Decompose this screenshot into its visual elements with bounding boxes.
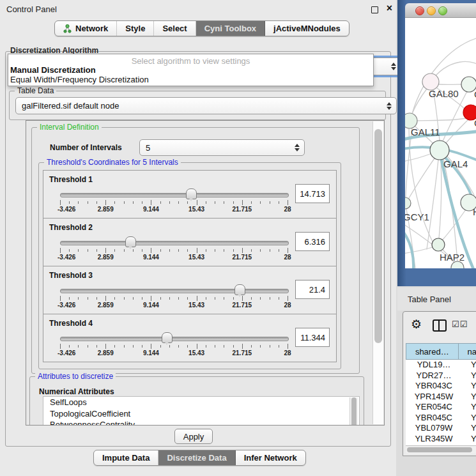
float-window-icon[interactable] (371, 6, 378, 13)
slider-handle[interactable] (162, 332, 173, 343)
slider-handle[interactable] (234, 284, 245, 295)
table-cell[interactable]: YPR145W (406, 392, 462, 403)
table-cell[interactable]: YLR345W (406, 434, 462, 445)
tab-label: Cyni Toolbox (204, 24, 256, 33)
network-node[interactable] (430, 141, 449, 160)
tab-style[interactable]: Style (117, 21, 154, 36)
horizontal-scrollbar-thumb[interactable] (407, 447, 472, 452)
table-cell[interactable]: YBR0 (462, 413, 476, 424)
horizontal-scrollbar[interactable] (406, 445, 476, 454)
tab-cyni-toolbox[interactable]: Cyni Toolbox (196, 21, 265, 36)
column-header-shared-name[interactable]: shared… (406, 343, 459, 360)
slider-track[interactable] (60, 289, 289, 293)
table-cell[interactable]: YBL079W (406, 423, 462, 434)
tab-impute-data[interactable]: Impute Data (94, 450, 158, 465)
threshold-value-field[interactable]: 11.344 (295, 328, 330, 347)
dropdown-option-manual[interactable]: Manual Discretization (10, 65, 96, 75)
slider-tick-label: 9.144 (143, 349, 159, 357)
list-item[interactable]: SelfLoops (43, 397, 359, 408)
tab-select[interactable]: Select (154, 21, 196, 36)
slider-tick (224, 297, 224, 300)
list-scrollbar[interactable] (349, 397, 358, 426)
numerical-attributes-list[interactable]: SelfLoops TopologicalCoefficient Between… (43, 396, 360, 426)
apply-button[interactable]: Apply (174, 429, 213, 444)
table-row[interactable]: YBR043C YBR0 (406, 381, 476, 392)
slider-track[interactable] (60, 337, 289, 341)
slider-track[interactable] (60, 193, 289, 197)
slider-handle[interactable] (125, 236, 136, 247)
slider-tick-label: 9.144 (143, 302, 159, 309)
network-node[interactable] (405, 197, 411, 209)
slider-tick (206, 201, 206, 204)
slider-tick (124, 249, 125, 252)
slider-tick (151, 200, 151, 205)
tab-network[interactable]: Network (55, 21, 117, 36)
slider-tick (60, 296, 61, 301)
table-cell[interactable]: YLR3 (462, 434, 476, 445)
threshold-slider[interactable]: -3.4262.8599.14415.4321.71528 (60, 332, 288, 359)
table-cell[interactable]: YBR0 (462, 381, 476, 392)
checkbox-icons[interactable]: ☑☑ (452, 319, 468, 329)
table-row[interactable]: YER054C YER0 (406, 402, 476, 413)
network-window-titlebar[interactable] (405, 3, 476, 18)
table-cell[interactable]: YDR27… (406, 371, 462, 381)
dropdown-prompt: Select algorithm to view settings (8, 56, 373, 66)
threshold-slider[interactable]: -3.4262.8599.14415.4321.71528 (60, 236, 288, 263)
table-row[interactable]: YLR345W YLR3 (406, 434, 476, 445)
control-panel-title: Control Panel (6, 4, 57, 14)
number-of-intervals-select[interactable]: 5 (139, 139, 305, 156)
slider-tick (124, 297, 125, 300)
table-row[interactable]: YDL19… YDL1 (406, 360, 476, 371)
slider-tick-label: 2.859 (98, 349, 114, 357)
slider-tick (114, 249, 115, 252)
column-layout-icon[interactable] (433, 319, 447, 332)
table-panel-titlebar: Table Panel (397, 288, 476, 311)
threshold-value-field[interactable]: 14.713 (295, 184, 330, 203)
table-cell[interactable]: YBR045C (406, 413, 462, 424)
network-icon (63, 24, 72, 33)
table-cell[interactable]: YDL1 (462, 360, 476, 371)
table-row[interactable]: YBR045C YBR0 (406, 413, 476, 424)
tab-jactivemnodules[interactable]: jActiveMNodules (265, 21, 349, 36)
dropdown-option-equal-width[interactable]: Equal Width/Frequency Discretization (10, 75, 149, 84)
table-cell[interactable]: YER054C (406, 402, 462, 413)
table-cell[interactable]: YDR2 (462, 371, 476, 381)
close-traffic-light[interactable] (415, 6, 424, 15)
minimize-traffic-light[interactable] (427, 6, 436, 15)
settings-scrollbar-thumb[interactable] (374, 129, 382, 343)
table-cell[interactable]: YDL19… (406, 360, 462, 371)
network-node[interactable] (432, 238, 445, 251)
slider-tick (169, 201, 170, 204)
threshold-slider[interactable]: -3.4262.8599.14415.4321.71528 (60, 188, 288, 215)
table-row[interactable]: YPR145W YPR1 (406, 392, 476, 403)
list-item[interactable]: BetweennessCentrality (43, 419, 359, 426)
table-row[interactable]: YDR27… YDR2 (406, 371, 476, 381)
network-canvas[interactable]: GAL80GACGAL11GAL4GCY1HHAP2 (405, 18, 476, 268)
table-cell[interactable]: YPR1 (462, 392, 476, 403)
table-data-select[interactable]: galFiltered.sif default node (15, 97, 397, 114)
tab-infer-network[interactable]: Infer Network (236, 450, 305, 465)
close-icon[interactable]: × (387, 3, 392, 14)
slider-tick (251, 249, 252, 252)
settings-scrollbar[interactable] (372, 121, 383, 424)
table-cell[interactable]: YER0 (462, 402, 476, 413)
slider-tick (78, 249, 79, 252)
gear-icon[interactable]: ⚙ (411, 317, 422, 332)
slider-tick (60, 344, 61, 349)
threshold-value-field[interactable]: 21.4 (295, 280, 330, 299)
table-cell[interactable]: YBL0 (462, 423, 476, 434)
slider-tick (69, 201, 70, 204)
list-scrollbar-thumb[interactable] (351, 397, 357, 426)
list-item[interactable]: TopologicalCoefficient (43, 408, 359, 420)
threshold-slider[interactable]: -3.4262.8599.14415.4321.71528 (60, 284, 288, 311)
tab-discretize-data[interactable]: Discretize Data (158, 450, 235, 465)
column-header-name[interactable]: na (459, 343, 476, 360)
slider-handle[interactable] (186, 188, 197, 199)
slider-tick (288, 248, 288, 253)
threshold-value-field[interactable]: 6.316 (295, 232, 330, 251)
slider-track[interactable] (60, 241, 289, 245)
zoom-traffic-light[interactable] (438, 6, 447, 15)
table-row[interactable]: YBL079W YBL0 (406, 423, 476, 434)
table-cell[interactable]: YBR043C (406, 381, 462, 392)
slider-tick (69, 345, 70, 348)
